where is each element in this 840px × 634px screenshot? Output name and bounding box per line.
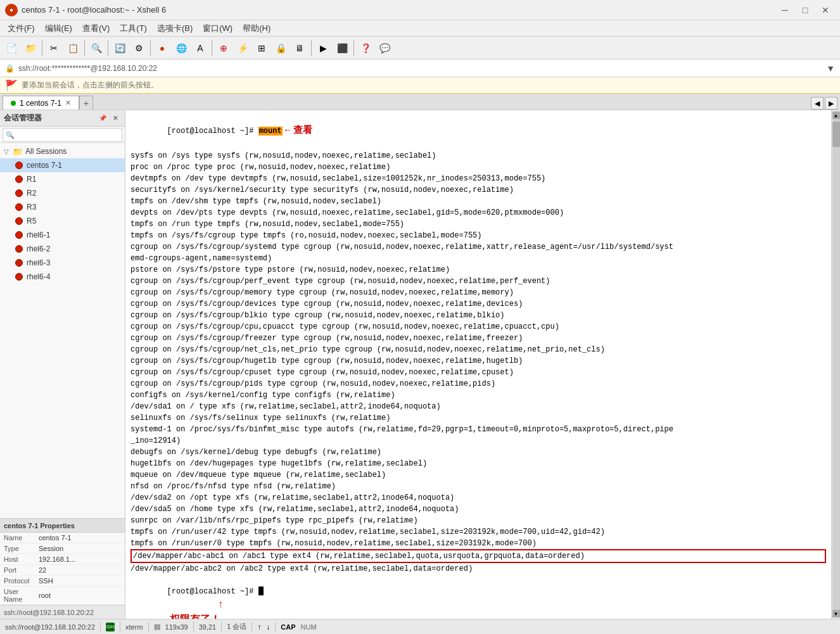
maximize-button[interactable]: □ — [796, 3, 815, 18]
sidebar-label-r2: R2 — [27, 189, 36, 198]
menu-tools[interactable]: 工具(T) — [115, 22, 152, 35]
menu-view[interactable]: 查看(V) — [77, 22, 115, 35]
sidebar-label-rhel64: rhel6-4 — [27, 272, 50, 281]
sidebar-item-r2[interactable]: R2 — [0, 186, 125, 200]
prop-key-name: Name — [0, 533, 35, 543]
sidebar-close-button[interactable]: ✕ — [110, 113, 121, 124]
sidebar-item-rhel63[interactable]: rhel6-3 — [0, 256, 125, 270]
annotation-quanxian-text: 权限有了！ — [170, 614, 220, 619]
terminal-line-32: tmpfs on /run/user/0 type tmpfs (rw,nosu… — [130, 538, 826, 549]
status-scroll-down-btn[interactable]: ↓ — [266, 623, 270, 631]
info-bar: 🚩 要添加当前会话，点击左侧的箭头按钮。 — [0, 77, 840, 94]
toolbar-cut-btn[interactable]: ✂ — [45, 39, 63, 57]
prop-val-host: 192.168.1... — [35, 554, 125, 565]
sidebar-item-centos71[interactable]: centos 7-1 — [0, 158, 125, 172]
toolbar-search-btn[interactable]: 🔍 — [87, 39, 105, 57]
toolbar-globe-btn[interactable]: 🌐 — [172, 39, 190, 57]
cursor — [258, 586, 264, 595]
sidebar-label-r3: R3 — [27, 203, 36, 212]
sidebar-search-input[interactable] — [3, 128, 122, 142]
folder-icon: 📁 — [13, 147, 23, 156]
menu-tab[interactable]: 选项卡(B) — [152, 22, 198, 35]
toolbar-chat-btn[interactable]: 💬 — [376, 39, 393, 57]
tab-close-icon[interactable]: ✕ — [65, 99, 71, 107]
status-sep-3 — [148, 622, 149, 632]
annotation-chakantext: 查看 — [293, 125, 312, 136]
sidebar-pin-button[interactable]: 📌 — [97, 113, 108, 124]
last-prompt-text: [root@localhost ~]# — [167, 587, 258, 596]
expand-icon: ▽ — [4, 148, 13, 155]
scroll-up-btn[interactable]: ▲ — [832, 111, 840, 119]
sidebar-item-rhel61[interactable]: rhel6-1 — [0, 228, 125, 242]
status-scroll-up-btn[interactable]: ↑ — [257, 623, 261, 631]
scrollbar[interactable]: ▲ ▼ — [831, 110, 840, 619]
session-tab-centos71[interactable]: 1 centos 7-1 ✕ — [3, 96, 79, 110]
window-title: centos 7-1 - root@localhost:~ - Xshell 6 — [22, 5, 775, 15]
session-icon-r3 — [14, 203, 24, 212]
toolbar-folder-btn[interactable]: 📁 — [22, 39, 39, 57]
terminal-line-11: cgroup on /sys/fs/cgroup/memory type cgr… — [130, 287, 826, 298]
toolbar-help-btn[interactable]: ❓ — [357, 39, 374, 57]
terminal-container[interactable]: [root@localhost ~]# mount←查看 sysfs on /s… — [125, 110, 831, 619]
ssh2-icon: SSH2 — [106, 623, 115, 631]
prop-val-user: root — [35, 586, 125, 605]
menu-file[interactable]: 文件(F) — [3, 22, 40, 35]
tab-prev-button[interactable]: ◀ — [811, 97, 824, 110]
window-controls: ─ □ ✕ — [775, 3, 835, 18]
terminal-line-7: tmpfs on /sys/fs/cgroup type tmpfs (ro,n… — [130, 230, 826, 241]
toolbar-font-btn[interactable]: A — [191, 39, 209, 57]
address-dropdown[interactable]: ▼ — [826, 63, 835, 73]
address-bar: 🔒 ssh://root:*************@192.168.10.20… — [0, 60, 840, 77]
toolbar-new-btn[interactable]: 📄 — [3, 39, 20, 57]
minimize-button[interactable]: ─ — [775, 3, 794, 18]
prop-key-protocol: Protocol — [0, 576, 35, 586]
session-icon-rhel61 — [14, 231, 24, 239]
toolbar-copy-btn[interactable]: 📋 — [64, 39, 82, 57]
scroll-thumb[interactable] — [832, 122, 840, 147]
sidebar-item-rhel62[interactable]: rhel6-2 — [0, 242, 125, 256]
sidebar-item-r1[interactable]: R1 — [0, 172, 125, 186]
tab-status-dot — [11, 101, 16, 106]
toolbar-refresh-btn[interactable]: 🔄 — [111, 39, 129, 57]
scroll-track[interactable] — [832, 119, 840, 610]
close-button[interactable]: ✕ — [816, 3, 835, 18]
terminal-line-27: nfsd on /proc/fs/nfsd type nfsd (rw,rela… — [130, 481, 826, 492]
tab-next-button[interactable]: ▶ — [825, 97, 837, 110]
all-sessions-label: All Sessions — [25, 147, 67, 156]
tab-navigation: ◀ ▶ — [811, 97, 837, 110]
session-icon-rhel64 — [14, 272, 24, 281]
menu-window[interactable]: 窗口(W) — [198, 22, 238, 35]
terminal-content[interactable]: [root@localhost ~]# mount←查看 sysfs on /s… — [125, 110, 831, 619]
sidebar-header: 会话管理器 📌 ✕ — [0, 110, 125, 127]
ssh-status-bar: ssh://root@192.168.10.20:22 — [0, 605, 125, 619]
status-ssh2-item: SSH2 — [106, 623, 115, 631]
scroll-down-btn[interactable]: ▼ — [832, 610, 840, 618]
sidebar-item-r3[interactable]: R3 — [0, 200, 125, 214]
sidebar-item-r5[interactable]: R5 — [0, 214, 125, 228]
sidebar-item-rhel64[interactable]: rhel6-4 — [0, 270, 125, 284]
toolbar-copy2-btn[interactable]: ⬛ — [333, 39, 351, 57]
terminal-line-22: selinuxfs on /sys/fs/selinux type selinu… — [130, 412, 826, 424]
toolbar-arrow-btn[interactable]: ▶ — [314, 39, 332, 57]
toolbar-monitor-btn[interactable]: 🖥 — [291, 39, 309, 57]
toolbar-red-btn[interactable]: ⊕ — [215, 39, 232, 57]
terminal-line-19: cgroup on /sys/fs/cgroup/pids type cgrou… — [130, 378, 826, 390]
status-sep-1 — [100, 622, 101, 632]
toolbar-flash-btn[interactable]: ⚡ — [234, 39, 251, 57]
menu-edit[interactable]: 编辑(E) — [40, 22, 77, 35]
terminal-prompt-line: [root@localhost ~]# mount←查看 — [130, 113, 826, 150]
properties-table: Name centos 7-1 Type Session Host 192.16… — [0, 533, 125, 605]
annotation-quanxian: ↑ — [218, 599, 224, 611]
status-num-label: NUM — [301, 623, 317, 631]
tree-item-all-sessions[interactable]: ▽ 📁 All Sessions — [0, 144, 125, 158]
sidebar-title: 会话管理器 — [4, 113, 42, 124]
toolbar-sep-7 — [353, 41, 354, 56]
toolbar-settings-btn[interactable]: ⚙ — [130, 39, 148, 57]
toolbar-expand-btn[interactable]: ⊞ — [253, 39, 270, 57]
toolbar-lock-btn[interactable]: 🔒 — [272, 39, 290, 57]
tab-add-button[interactable]: + — [79, 96, 93, 110]
menu-help[interactable]: 帮助(H) — [238, 22, 276, 35]
prop-val-name: centos 7-1 — [35, 533, 125, 543]
terminal-line-25: hugetlbfs on /dev/hugepages type hugetlb… — [130, 458, 826, 469]
toolbar-connect-btn[interactable]: ● — [153, 39, 171, 57]
